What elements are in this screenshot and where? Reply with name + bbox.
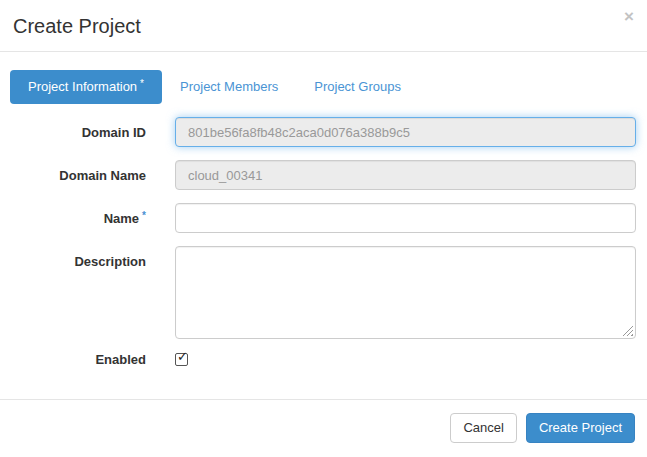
enabled-row: Enabled ✓ <box>10 352 636 370</box>
enabled-label: Enabled <box>10 352 146 370</box>
create-project-button[interactable]: Create Project <box>526 413 635 443</box>
modal-footer: Cancel Create Project <box>0 399 647 457</box>
required-asterisk: * <box>140 78 144 89</box>
cancel-button[interactable]: Cancel <box>450 413 516 443</box>
description-textarea[interactable] <box>175 246 636 339</box>
description-row: Description <box>10 246 636 339</box>
modal-header: Create Project × <box>0 0 647 52</box>
name-row: Name* <box>10 203 636 233</box>
required-asterisk: * <box>142 210 146 221</box>
domain-name-label: Domain Name <box>10 160 146 190</box>
description-label: Description <box>10 246 146 339</box>
domain-name-input[interactable] <box>175 160 636 190</box>
tab-project-information[interactable]: Project Information* <box>10 70 162 104</box>
name-field-col <box>175 203 636 233</box>
description-field-col <box>175 246 636 339</box>
tab-project-groups-label: Project Groups <box>314 79 401 94</box>
domain-id-field-col <box>175 117 636 147</box>
tab-project-information-label: Project Information <box>28 79 137 94</box>
enabled-checkbox[interactable]: ✓ <box>175 353 188 366</box>
close-icon[interactable]: × <box>624 8 634 25</box>
name-label: Name* <box>10 203 146 233</box>
tab-bar: Project Information* Project Members Pro… <box>10 70 636 104</box>
tab-project-groups[interactable]: Project Groups <box>296 70 419 104</box>
tab-project-members[interactable]: Project Members <box>162 70 296 104</box>
checkmark-icon: ✓ <box>177 350 188 363</box>
project-information-form: Domain ID Domain Name Name* Description <box>10 117 636 370</box>
domain-name-row: Domain Name <box>10 160 636 190</box>
enabled-field-col: ✓ <box>175 352 636 370</box>
domain-id-label: Domain ID <box>10 117 146 147</box>
create-project-modal: Create Project × Project Information* Pr… <box>0 0 647 457</box>
name-input[interactable] <box>175 203 636 233</box>
domain-name-field-col <box>175 160 636 190</box>
domain-id-row: Domain ID <box>10 117 636 147</box>
name-label-text: Name <box>104 211 139 226</box>
modal-title: Create Project <box>13 15 632 38</box>
modal-body: Project Information* Project Members Pro… <box>0 52 647 399</box>
tab-project-members-label: Project Members <box>180 79 278 94</box>
domain-id-input[interactable] <box>175 117 636 147</box>
